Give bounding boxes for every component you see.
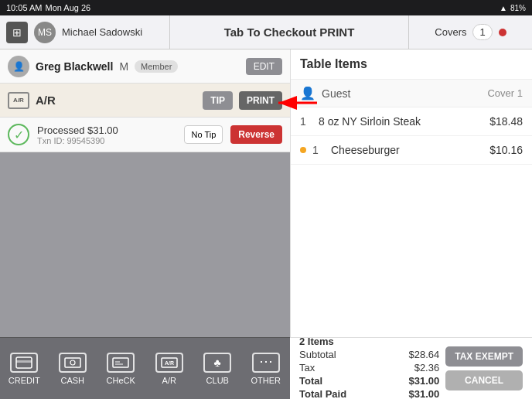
svg-rect-4	[65, 358, 80, 367]
reverse-button[interactable]: Reverse	[230, 125, 282, 144]
total-row: Total $31.00	[299, 375, 439, 387]
customer-avatar: 👤	[8, 56, 29, 77]
time: 10:05 AM	[6, 3, 42, 12]
processed-text: Processed $31.00	[37, 124, 118, 136]
total-paid-row: Total Paid $31.00	[299, 388, 439, 399]
cancel-button[interactable]: CANCEL	[445, 370, 523, 390]
status-bar-right: ▲ 81%	[500, 4, 526, 12]
svg-text:A/R: A/R	[165, 360, 174, 366]
order-item-1: 1 8 oz NY Sirloin Steak $18.48	[291, 107, 532, 136]
no-tip-button[interactable]: No Tip	[184, 125, 223, 144]
total-paid-label: Total Paid	[299, 388, 346, 399]
tip-button[interactable]: TIP	[203, 91, 233, 110]
user-avatar: MS	[34, 22, 56, 43]
customer-bar: 👤 Greg Blackwell M Member EDIT	[0, 49, 290, 84]
status-bar: 10:05 AM Mon Aug 26 ▲ 81%	[0, 0, 532, 15]
cash-icon	[59, 353, 87, 373]
date: Mon Aug 26	[45, 3, 90, 12]
ar-toolbar-label: A/R	[162, 376, 176, 385]
toolbar-item-ar[interactable]: A/R A/R	[146, 353, 193, 385]
main-area: 👤 Greg Blackwell M Member EDIT A/R A/R T…	[0, 49, 532, 337]
check-icon	[107, 353, 135, 373]
toolbar-item-check[interactable]: CHeCK	[97, 353, 144, 385]
subtotal-label: Subtotal	[299, 349, 336, 360]
other-label: OTHER	[251, 376, 281, 385]
check-label: CHeCK	[107, 376, 135, 385]
txn-id: Txn ID: 99545390	[37, 136, 118, 145]
full-bottom: CREDIT CASH CHeCK A/R A/R ♣ CLUB	[0, 337, 532, 399]
toolbar-item-club[interactable]: ♣ CLUB	[194, 353, 240, 385]
status-bar-left: 10:05 AM Mon Aug 26	[6, 3, 90, 12]
club-label: CLUB	[206, 376, 229, 385]
order-item-2: 1 Cheeseburger $10.16	[291, 136, 532, 165]
items-spacer	[291, 165, 532, 337]
action-block: TAX EXEMPT CANCEL	[445, 346, 523, 390]
cash-label: CASH	[60, 376, 84, 385]
cover-label: Cover 1	[487, 87, 523, 99]
member-label: Member	[141, 62, 172, 71]
other-icon: ⋯	[252, 353, 280, 373]
credit-icon	[10, 353, 38, 373]
grid-icon-symbol: ⊞	[12, 26, 22, 39]
right-panel: Table Items 👤 Guest Cover 1 1 8 oz NY Si…	[290, 49, 532, 337]
toolbar-item-other[interactable]: ⋯ OTHER	[243, 353, 289, 385]
ar-toolbar-icon: A/R	[155, 353, 183, 373]
item-1-name: 8 oz NY Sirloin Steak	[319, 115, 483, 128]
guest-label: Guest	[322, 87, 481, 100]
items-count-row: 2 Items	[299, 336, 439, 347]
customer-name: Greg Blackwell	[36, 60, 113, 73]
covers-count: 1	[479, 26, 485, 38]
subtotal-value: $28.64	[408, 349, 439, 360]
total-paid-value: $31.00	[408, 388, 439, 399]
item-2-name: Cheeseburger	[331, 144, 483, 156]
item-2-qty: 1	[312, 144, 325, 156]
total-label: Total	[299, 375, 322, 387]
avatar-initials: MS	[38, 27, 52, 38]
yellow-dot-icon	[300, 147, 306, 153]
svg-text:⋯: ⋯	[259, 356, 273, 369]
red-dot-indicator	[499, 29, 506, 36]
arrow-indicator	[275, 91, 321, 118]
wifi-icon: ▲	[500, 4, 507, 12]
svg-text:♣: ♣	[214, 356, 221, 369]
user-name: Michael Sadowski	[62, 26, 142, 38]
header-title: Tab To Checkout PRINT	[170, 26, 408, 39]
table-items-title: Table Items	[300, 57, 367, 70]
customer-gender: M	[119, 60, 128, 73]
grid-icon[interactable]: ⊞	[6, 22, 28, 43]
covers-badge: 1	[472, 24, 492, 40]
svg-point-5	[70, 360, 75, 365]
toolbar-item-cash[interactable]: CASH	[49, 353, 96, 385]
ar-label: A/R	[36, 94, 196, 107]
tax-row: Tax $2.36	[299, 362, 439, 373]
tax-label: Tax	[299, 362, 315, 373]
header-left: ⊞ MS Michael Sadowski	[0, 15, 170, 49]
header-title-text: Tab To Checkout PRINT	[224, 26, 355, 39]
svg-rect-6	[113, 358, 128, 367]
member-badge: Member	[135, 60, 178, 73]
processed-row: ✓ Processed $31.00 Txn ID: 99545390 No T…	[0, 118, 290, 152]
processed-check-icon: ✓	[8, 124, 29, 145]
item-2-price: $10.16	[489, 144, 523, 156]
summary-block: 2 Items Subtotal $28.64 Tax $2.36 Total …	[299, 336, 439, 399]
battery: 81%	[510, 4, 526, 12]
covers-label: Covers	[435, 26, 466, 38]
right-bottom-summary: 2 Items Subtotal $28.64 Tax $2.36 Total …	[290, 337, 532, 399]
ar-icon: A/R	[8, 92, 29, 109]
credit-label: CREDIT	[9, 376, 40, 385]
total-value: $31.00	[408, 375, 439, 387]
guest-row: 👤 Guest Cover 1	[291, 80, 532, 107]
tax-value: $2.36	[414, 362, 440, 373]
club-icon: ♣	[203, 353, 231, 373]
tax-exempt-button[interactable]: TAX EXEMPT	[445, 346, 523, 367]
header: ⊞ MS Michael Sadowski Tab To Checkout PR…	[0, 15, 532, 49]
subtotal-row: Subtotal $28.64	[299, 349, 439, 360]
processed-info: Processed $31.00 Txn ID: 99545390	[37, 124, 118, 145]
table-items-header: Table Items	[291, 49, 532, 80]
toolbar-item-credit[interactable]: CREDIT	[1, 353, 47, 385]
edit-button[interactable]: EDIT	[246, 58, 282, 75]
left-panel: 👤 Greg Blackwell M Member EDIT A/R A/R T…	[0, 49, 290, 337]
item-1-price: $18.48	[489, 115, 523, 128]
left-toolbar: CREDIT CASH CHeCK A/R A/R ♣ CLUB	[0, 337, 290, 399]
items-count: 2 Items	[299, 336, 334, 347]
